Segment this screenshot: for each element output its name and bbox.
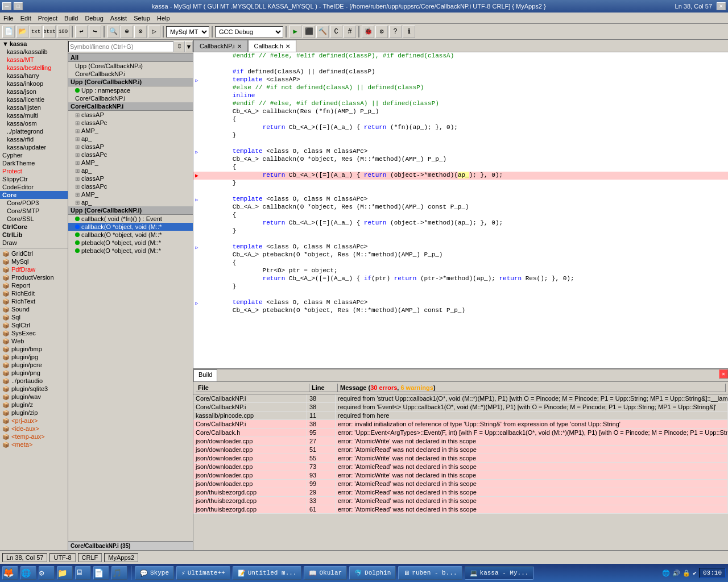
tree-item-sql[interactable]: 📦Sql: [0, 313, 68, 321]
sym-amp-2[interactable]: ⊞ AMP_: [68, 159, 193, 167]
sym-pteback-obj-2[interactable]: pteback(O *object, void (M::*: [68, 247, 193, 255]
tab-callbacknp[interactable]: CallbackNP.i ✕: [193, 40, 248, 52]
tree-item-kassa-licentie[interactable]: kassa/licentie: [0, 95, 68, 103]
error-row[interactable]: json/thuisbezorgd.cpp 29 error: 'AtomicR…: [193, 488, 728, 497]
undo-button[interactable]: ↩: [75, 26, 88, 38]
tree-item-pdfdraw[interactable]: 📦PdfDraw: [0, 265, 68, 273]
format-btn3[interactable]: 100: [57, 26, 69, 38]
build-button[interactable]: 🔨: [316, 26, 329, 38]
tree-item-core-ssl[interactable]: Core/SSL: [0, 215, 68, 223]
tree-item-kassa-harry[interactable]: kassa/harry: [0, 72, 68, 80]
error-row[interactable]: json/thuisbezorgd.cpp 61 error: 'AtomicR…: [193, 505, 728, 514]
menu-assist[interactable]: Assist: [107, 14, 130, 23]
error-panel-close[interactable]: ✕: [719, 369, 728, 379]
find-button[interactable]: 🔍: [107, 26, 119, 38]
other-btn2[interactable]: ⊗: [134, 26, 147, 38]
tree-item-plugin-wav[interactable]: 📦plugin/wav: [0, 393, 68, 401]
taskbar-ultimatepp[interactable]: ⚡ Ultimate++: [176, 566, 230, 580]
sym-ap-1[interactable]: ⊞ ap_: [68, 135, 193, 143]
error-row[interactable]: json/downloader.cpp 73 error: 'AtomicRea…: [193, 463, 728, 471]
tree-item-ctrllib[interactable]: CtrlLib: [0, 231, 68, 239]
tree-item-richedit[interactable]: 📦RichEdit: [0, 289, 68, 297]
compiler-select[interactable]: MySql MT: [166, 26, 209, 38]
other-btn1[interactable]: ⊕: [121, 26, 133, 38]
tree-item-plugin-zip[interactable]: 📦plugin/zip: [0, 409, 68, 417]
tree-item-kassa-bestelling[interactable]: kassa/bestelling: [0, 64, 68, 72]
tree-item-draw[interactable]: Draw: [0, 239, 68, 247]
sym-classap-3[interactable]: ⊞ classAP: [68, 174, 193, 182]
info-btn[interactable]: ℹ: [403, 26, 415, 38]
taskbar-okular[interactable]: 📖 Okular: [304, 566, 347, 580]
tree-item-web[interactable]: 📦Web: [0, 337, 68, 345]
tree-item-mysql[interactable]: 📦MySql: [0, 257, 68, 265]
stop-button[interactable]: ⬛: [303, 26, 315, 38]
tree-item-kassa-lijsten[interactable]: kassa/lijsten: [0, 103, 68, 111]
error-row[interactable]: json/downloader.cpp 99 error: 'AtomicRea…: [193, 480, 728, 488]
tree-item-sqlctrl[interactable]: 📦SqlCtrl: [0, 321, 68, 329]
tree-item-core-pop3[interactable]: Core/POP3: [0, 199, 68, 207]
menu-project[interactable]: Project: [35, 14, 61, 23]
sym-classap-2[interactable]: ⊞ classAP: [68, 143, 193, 151]
tree-item-plugin-jpg[interactable]: 📦plugin/jpg: [0, 353, 68, 361]
dbg-btn2[interactable]: ⚙: [375, 26, 388, 38]
error-row[interactable]: Core/Callback.h 95 error: 'Upp::Event<Ar…: [193, 429, 728, 437]
sym-callback-fn[interactable]: callback( void (*fn)() ) : Event: [68, 215, 193, 223]
sym-classapc-1[interactable]: ⊞ classAPc: [68, 119, 193, 127]
tree-item-ctrlcore[interactable]: CtrlCore: [0, 223, 68, 231]
tree-item-kassalib[interactable]: kassa/kassalib: [0, 48, 68, 56]
sym-callback-obj-selected[interactable]: callback(O *object, void (M::*: [68, 223, 193, 231]
taskbar-firefox[interactable]: 🦊: [2, 566, 18, 580]
tree-item-kassa[interactable]: ▼ kassa: [0, 40, 68, 48]
taskbar-skype[interactable]: 💬 Skype: [135, 566, 174, 580]
tree-item-core-smtp[interactable]: Core/SMTP: [0, 207, 68, 215]
tree-item-kassa-updater[interactable]: kassa/updater: [0, 143, 68, 151]
menu-build[interactable]: Build: [61, 14, 81, 23]
redo-button[interactable]: ↪: [89, 26, 101, 38]
taskbar-ruben[interactable]: 🖥 ruben - b...: [398, 566, 462, 580]
minimize-button[interactable]: ─: [2, 2, 11, 10]
sym-ap-3[interactable]: ⊞ ap_: [68, 198, 193, 206]
symbol-sort-button[interactable]: ⇕: [173, 41, 185, 52]
sym-ap-2[interactable]: ⊞ ap_: [68, 167, 193, 174]
menu-debug[interactable]: Debug: [81, 14, 106, 23]
other-btn3[interactable]: ▷: [148, 26, 160, 38]
code-editor[interactable]: #endif // #else, #elif defined(classP), …: [193, 52, 728, 368]
tree-item-portaudio[interactable]: 📦../portaudio: [0, 377, 68, 385]
taskbar-dolphin[interactable]: 🐬 Dolphin: [349, 566, 396, 580]
taskbar-terminal[interactable]: 🖥: [75, 566, 91, 580]
sym-item-upp-namespace[interactable]: Upp : namespace: [68, 86, 193, 94]
taskbar-chrome[interactable]: 🌐: [20, 566, 36, 580]
format-btn2[interactable]: btxt: [43, 26, 56, 38]
tree-item-kassa-osm[interactable]: kassa/osm: [0, 119, 68, 127]
error-row[interactable]: json/downloader.cpp 55 error: 'AtomicWri…: [193, 454, 728, 463]
tree-item-richtext[interactable]: 📦RichText: [0, 297, 68, 305]
error-row[interactable]: Core/CallbackNP.i 38 error: invalid init…: [193, 420, 728, 429]
menu-help[interactable]: Help: [154, 14, 173, 23]
tree-item-cypher[interactable]: Cypher: [0, 151, 68, 159]
buildmode-select[interactable]: GCC Debug: [215, 26, 283, 38]
restore-button[interactable]: □: [14, 2, 23, 10]
tree-item-darktheme[interactable]: DarkTheme: [0, 159, 68, 167]
tree-item-kassa-multi[interactable]: kassa/multi: [0, 111, 68, 119]
help-btn[interactable]: ?: [389, 26, 402, 38]
sym-item-core-callbacknp[interactable]: Core/CallbackNP.i: [68, 70, 193, 78]
sym-amp-1[interactable]: ⊞ AMP_: [68, 127, 193, 135]
tree-item-core[interactable]: Core: [0, 191, 68, 199]
run-button[interactable]: ▶: [289, 26, 301, 38]
tree-item-plugin-z[interactable]: 📦plugin/z: [0, 401, 68, 409]
sym-item-upp-callbacknp[interactable]: Upp (Core/CallbackNP.i): [68, 62, 193, 70]
tree-item-codeeditor[interactable]: CodeEditor: [0, 183, 68, 191]
symbol-search-input[interactable]: [68, 41, 173, 52]
sym-amp-3[interactable]: ⊞ AMP_: [68, 190, 193, 198]
dbg-btn1[interactable]: 🐞: [362, 26, 374, 38]
tree-item-prj-aux[interactable]: 📦<prj-aux>: [0, 417, 68, 425]
taskbar-kassa[interactable]: 💻 kassa - My...: [465, 566, 534, 580]
hash-button[interactable]: #: [344, 26, 356, 38]
taskbar-media[interactable]: 🎵: [111, 566, 127, 580]
sym-callback-obj-2[interactable]: callback(O *object, void (M::*: [68, 231, 193, 239]
tab-close-callback-h[interactable]: ✕: [286, 43, 290, 49]
close-button[interactable]: ✕: [717, 2, 726, 10]
tree-item-kassa-json[interactable]: kassa/json: [0, 88, 68, 95]
error-row[interactable]: kassalib/pincode.cpp 11 required from he…: [193, 411, 728, 420]
error-tab-build[interactable]: Build: [193, 369, 217, 381]
